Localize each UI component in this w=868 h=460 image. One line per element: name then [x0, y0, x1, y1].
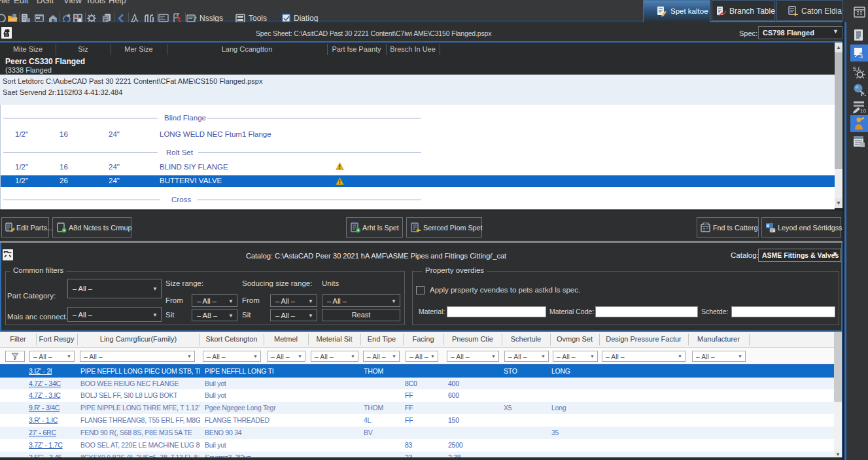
svg-text:10: 10 [860, 108, 866, 114]
svg-text:3: 3 [859, 53, 863, 60]
